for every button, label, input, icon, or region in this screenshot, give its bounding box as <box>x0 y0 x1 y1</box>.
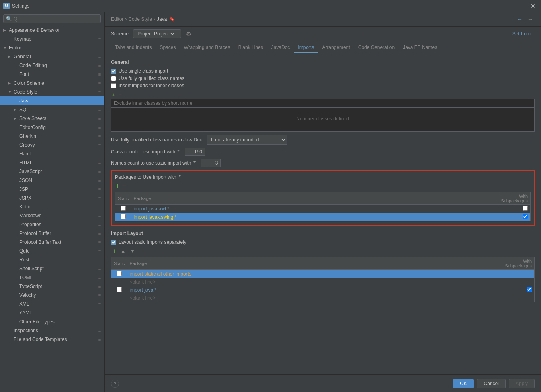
breadcrumb-codestyle[interactable]: Code Style <box>128 16 152 22</box>
general-section-title: General <box>111 59 535 65</box>
package-row-0[interactable]: import java.awt.* <box>115 205 531 213</box>
gear-icon-file-code-templates: ≡ <box>97 337 102 342</box>
search-input[interactable] <box>14 16 98 22</box>
sidebar-item-properties[interactable]: Properties≡ <box>0 220 104 229</box>
sidebar-item-html[interactable]: HTML≡ <box>0 158 104 167</box>
layout-row-2[interactable]: import java.* <box>111 286 535 294</box>
scheme-select-wrap[interactable]: Project Project Default <box>133 29 181 38</box>
sidebar-item-inspections[interactable]: Inspections≡ <box>0 326 104 335</box>
scheme-select[interactable]: Project Project Default <box>136 31 176 37</box>
checkbox-fully-qualified[interactable] <box>111 76 116 81</box>
sidebar-item-groovy[interactable]: Groovy≡ <box>0 141 104 149</box>
sidebar-item-rust[interactable]: Rust≡ <box>0 255 104 264</box>
sidebar-item-color-scheme[interactable]: ▶Color Scheme≡ <box>0 79 104 88</box>
sidebar-item-xml[interactable]: XML≡ <box>0 300 104 308</box>
remove-package-button[interactable]: − <box>122 182 127 190</box>
pkg-subpkg-checkbox-1[interactable] <box>523 214 528 219</box>
layout-static-checkbox-2[interactable] <box>117 287 122 292</box>
sidebar-item-jsp[interactable]: JSP≡ <box>0 185 104 194</box>
tab-blank-lines[interactable]: Blank Lines <box>234 43 267 53</box>
sidebar-item-javascript[interactable]: JavaScript≡ <box>0 167 104 176</box>
nav-back-button[interactable]: ← <box>515 15 524 23</box>
sidebar-item-java[interactable]: Java≡ <box>0 96 104 105</box>
sidebar-item-font[interactable]: Font≡ <box>0 70 104 79</box>
sidebar-item-qute[interactable]: Qute≡ <box>0 247 104 255</box>
cancel-button[interactable]: Cancel <box>477 379 506 388</box>
sidebar-item-editorconfig[interactable]: EditorConfig≡ <box>0 123 104 132</box>
move-up-button[interactable]: ▲ <box>119 248 127 254</box>
scheme-gear-button[interactable]: ⚙ <box>184 30 193 38</box>
tab-code-generation[interactable]: Code Generation <box>354 43 399 53</box>
nav-forward-button[interactable]: → <box>526 15 535 23</box>
sidebar-item-json[interactable]: JSON≡ <box>0 176 104 185</box>
breadcrumb-editor[interactable]: Editor <box>111 16 123 22</box>
sidebar-item-other-file-types[interactable]: Other File Types≡ <box>0 317 104 326</box>
pkg-static-checkbox-0[interactable] <box>121 206 126 211</box>
search-box[interactable]: 🔍 <box>3 14 101 23</box>
label-insert-imports[interactable]: Insert imports for inner classes <box>119 83 184 88</box>
sidebar-item-general[interactable]: ▶General≡ <box>0 52 104 61</box>
tab-java-ee-names[interactable]: Java EE Names <box>399 43 441 53</box>
checkbox-single-class[interactable] <box>111 69 116 74</box>
move-down-button[interactable]: ▼ <box>129 248 137 254</box>
help-button[interactable]: ? <box>111 380 119 388</box>
apply-button[interactable]: Apply <box>509 379 535 388</box>
tab-imports[interactable]: Imports <box>294 43 318 53</box>
breadcrumb-java: Java <box>157 16 167 22</box>
sidebar-item-editor[interactable]: ▼Editor <box>0 43 104 52</box>
sidebar-item-markdown[interactable]: Markdown≡ <box>0 211 104 220</box>
tab-spaces[interactable]: Spaces <box>156 43 180 53</box>
main-scroll: General Use single class import Use full… <box>105 53 541 374</box>
exclude-inner-classes-input[interactable] <box>111 99 535 108</box>
package-row-1[interactable]: import javax.swing.* <box>115 213 531 222</box>
sidebar-item-keymap[interactable]: Keymap≡ <box>0 35 104 43</box>
sidebar-item-haml[interactable]: Haml≡ <box>0 149 104 158</box>
label-single-class[interactable]: Use single class import <box>119 68 168 74</box>
ok-button[interactable]: OK <box>453 379 473 388</box>
sidebar-label-qute: Qute <box>19 248 97 254</box>
tab-javadoc[interactable]: JavaDoc <box>267 43 294 53</box>
tab-tabs-indents[interactable]: Tabs and Indents <box>111 43 156 53</box>
sidebar-item-protocol-buffer[interactable]: Protocol Buffer≡ <box>0 229 104 238</box>
sidebar-item-protocol-buffer-text[interactable]: Protocol Buffer Text≡ <box>0 238 104 247</box>
sidebar-item-style-sheets[interactable]: ▶Style Sheets≡ <box>0 114 104 123</box>
label-fully-qualified[interactable]: Use fully qualified class names <box>119 76 184 81</box>
layout-row-0[interactable]: import static all other imports <box>111 270 535 278</box>
tab-arrangement[interactable]: Arrangement <box>318 43 354 53</box>
pkg-static-checkbox-1[interactable] <box>121 214 126 219</box>
sidebar-item-sql[interactable]: ▶SQL≡ <box>0 105 104 114</box>
sidebar-item-gherkin[interactable]: Gherkin≡ <box>0 132 104 141</box>
close-button[interactable]: ✕ <box>528 2 538 10</box>
sidebar-item-typescript[interactable]: TypeScript≡ <box>0 282 104 291</box>
sidebar-item-kotlin[interactable]: Kotlin≡ <box>0 202 104 211</box>
checkbox-insert-imports[interactable] <box>111 83 116 88</box>
sidebar-item-velocity[interactable]: Velocity≡ <box>0 291 104 300</box>
sidebar-item-file-code-templates[interactable]: File and Code Templates≡ <box>0 335 104 344</box>
add-package-button[interactable]: + <box>115 182 120 190</box>
class-count-input[interactable] <box>185 148 205 156</box>
add-inner-class-button[interactable]: + <box>111 92 116 98</box>
layout-row-1[interactable]: <blank line> <box>111 278 535 286</box>
label-layout-static[interactable]: Layout static imports separately <box>119 239 186 245</box>
tab-wrapping[interactable]: Wrapping and Braces <box>180 43 234 53</box>
checkbox-layout-static[interactable] <box>111 240 116 245</box>
gear-icon-code-style[interactable]: ≡ <box>97 90 102 94</box>
sidebar-item-code-style[interactable]: ▼Code Style≡ <box>0 88 104 96</box>
sidebar-item-toml[interactable]: TOML≡ <box>0 273 104 282</box>
sidebar-item-appearance[interactable]: ▶Appearance & Behavior <box>0 26 104 35</box>
layout-static-1 <box>111 278 127 286</box>
names-count-input[interactable] <box>201 159 221 167</box>
layout-row-3[interactable]: <blank line> <box>111 294 535 302</box>
sidebar-item-code-editing[interactable]: Code Editing≡ <box>0 61 104 70</box>
add-layout-button[interactable]: + <box>111 247 117 255</box>
sidebar-item-jspx[interactable]: JSPX≡ <box>0 194 104 202</box>
sidebar-item-yaml[interactable]: YAML≡ <box>0 308 104 317</box>
pkg-subpkg-checkbox-0[interactable] <box>523 206 528 211</box>
layout-subpkg-checkbox-2[interactable] <box>527 287 532 292</box>
gear-icon-haml: ≡ <box>97 151 102 156</box>
javadoc-select[interactable]: If not already imported Always Never <box>207 135 287 145</box>
set-from-link[interactable]: Set from... <box>512 31 535 37</box>
sidebar-item-shell-script[interactable]: Shell Script≡ <box>0 264 104 273</box>
layout-static-checkbox-0[interactable] <box>117 271 122 276</box>
remove-inner-class-button[interactable]: − <box>117 92 122 98</box>
